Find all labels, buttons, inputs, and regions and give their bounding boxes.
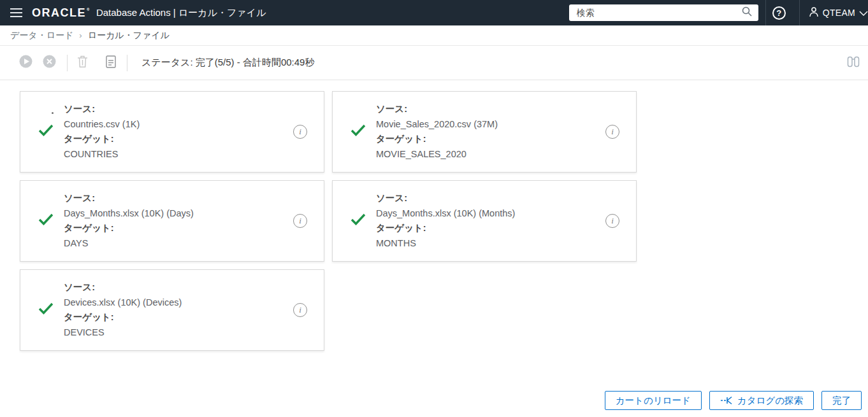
success-check-icon bbox=[38, 302, 54, 317]
search-input[interactable] bbox=[577, 8, 741, 18]
play-circle-icon bbox=[19, 55, 33, 71]
app-title: Database Actions | ローカル・ファイル bbox=[96, 7, 266, 19]
user-menu[interactable]: QTEAM bbox=[800, 6, 868, 20]
load-results-grid: ソース: Countries.csv (1K) ターゲット: COUNTRIES… bbox=[20, 91, 868, 351]
load-card-devices[interactable]: ソース: Devices.xlsx (10K) (Devices) ターゲット:… bbox=[20, 269, 324, 351]
toolbar-divider bbox=[67, 55, 68, 71]
breadcrumb-data-load[interactable]: データ・ロード bbox=[10, 30, 73, 41]
footer-actions: カートのリロード カタログの探索 完了 bbox=[605, 391, 862, 410]
info-icon[interactable]: i bbox=[293, 125, 307, 139]
target-label: ターゲット: bbox=[376, 132, 498, 147]
target-value: DAYS bbox=[64, 236, 194, 251]
load-card-movie-sales[interactable]: ソース: Movie_Sales_2020.csv (37M) ターゲット: M… bbox=[332, 91, 637, 173]
success-check-icon bbox=[351, 213, 366, 228]
source-label: ソース: bbox=[64, 191, 194, 206]
cancel-button[interactable] bbox=[43, 55, 56, 71]
target-value: COUNTRIES bbox=[64, 147, 140, 162]
help-button[interactable]: ? bbox=[766, 6, 792, 20]
breadcrumb-separator: › bbox=[79, 31, 82, 40]
status-text: ステータス: 完了(5/5) - 合計時間00:49秒 bbox=[141, 57, 314, 69]
source-label: ソース: bbox=[376, 102, 498, 117]
user-icon bbox=[809, 6, 819, 20]
success-check-icon bbox=[38, 124, 54, 139]
binoculars-icon bbox=[847, 56, 860, 70]
breadcrumb: データ・ロード › ローカル・ファイル bbox=[0, 25, 868, 46]
target-label: ターゲット: bbox=[64, 221, 194, 236]
target-value: MONTHS bbox=[376, 236, 515, 251]
trash-icon bbox=[77, 55, 88, 71]
target-value: MOVIE_SALES_2020 bbox=[376, 147, 498, 162]
card-text: ソース: Countries.csv (1K) ターゲット: COUNTRIES bbox=[64, 102, 140, 162]
info-icon[interactable]: i bbox=[605, 125, 619, 139]
source-value: Devices.xlsx (10K) (Devices) bbox=[64, 295, 182, 311]
help-icon: ? bbox=[772, 6, 786, 20]
source-label: ソース: bbox=[64, 102, 140, 117]
card-text: ソース: Movie_Sales_2020.csv (37M) ターゲット: M… bbox=[376, 102, 498, 162]
source-value: Days_Months.xlsx (10K) (Months) bbox=[376, 206, 515, 222]
source-label: ソース: bbox=[376, 191, 515, 206]
hamburger-menu-icon[interactable] bbox=[10, 8, 22, 17]
done-button[interactable]: 完了 bbox=[821, 391, 862, 410]
explore-catalog-button[interactable]: カタログの探索 bbox=[709, 391, 814, 410]
run-button[interactable] bbox=[19, 55, 33, 71]
x-circle-icon bbox=[43, 55, 56, 71]
card-text: ソース: Days_Months.xlsx (10K) (Days) ターゲット… bbox=[64, 191, 194, 251]
source-value: Days_Months.xlsx (10K) (Days) bbox=[64, 206, 194, 222]
source-label: ソース: bbox=[64, 280, 182, 295]
dataload-toolbar: ステータス: 完了(5/5) - 合計時間00:49秒 bbox=[0, 46, 868, 80]
load-card-days[interactable]: ソース: Days_Months.xlsx (10K) (Days) ターゲット… bbox=[20, 180, 324, 262]
delete-button[interactable] bbox=[77, 55, 88, 71]
catalog-branch-icon bbox=[720, 396, 733, 405]
card-text: ソース: Days_Months.xlsx (10K) (Months) ターゲ… bbox=[376, 191, 515, 251]
success-check-icon bbox=[38, 213, 54, 228]
info-icon[interactable]: i bbox=[605, 214, 619, 228]
source-value: Countries.csv (1K) bbox=[64, 117, 140, 132]
explore-catalog-label: カタログの探索 bbox=[737, 395, 803, 407]
card-text: ソース: Devices.xlsx (10K) (Devices) ターゲット:… bbox=[64, 280, 182, 340]
oracle-logo: ORACLE® bbox=[32, 6, 90, 20]
success-check-icon bbox=[351, 124, 366, 139]
breadcrumb-local-file: ローカル・ファイル bbox=[88, 30, 170, 41]
load-card-months[interactable]: ソース: Days_Months.xlsx (10K) (Months) ターゲ… bbox=[332, 180, 637, 262]
search-box[interactable] bbox=[569, 4, 758, 21]
info-icon[interactable]: i bbox=[293, 214, 307, 228]
load-card-countries[interactable]: ソース: Countries.csv (1K) ターゲット: COUNTRIES… bbox=[20, 91, 324, 173]
reload-cart-button[interactable]: カートのリロード bbox=[605, 391, 702, 410]
done-label: 完了 bbox=[832, 395, 851, 407]
target-label: ターゲット: bbox=[64, 132, 140, 147]
reload-cart-label: カートのリロード bbox=[616, 395, 691, 407]
target-value: DEVICES bbox=[64, 325, 182, 341]
find-button[interactable] bbox=[847, 56, 860, 70]
report-button[interactable] bbox=[106, 55, 116, 71]
target-label: ターゲット: bbox=[64, 310, 182, 325]
chevron-down-icon bbox=[859, 7, 868, 18]
document-icon bbox=[106, 55, 116, 71]
stray-dot bbox=[52, 112, 54, 114]
registered-mark: ® bbox=[87, 8, 90, 11]
target-label: ターゲット: bbox=[376, 221, 515, 236]
app-header: ORACLE® Database Actions | ローカル・ファイル ? Q… bbox=[0, 0, 868, 25]
source-value: Movie_Sales_2020.csv (37M) bbox=[376, 117, 498, 132]
search-icon[interactable] bbox=[741, 6, 753, 20]
user-name: QTEAM bbox=[823, 8, 855, 18]
toolbar-divider bbox=[127, 55, 127, 71]
info-icon[interactable]: i bbox=[293, 303, 307, 317]
